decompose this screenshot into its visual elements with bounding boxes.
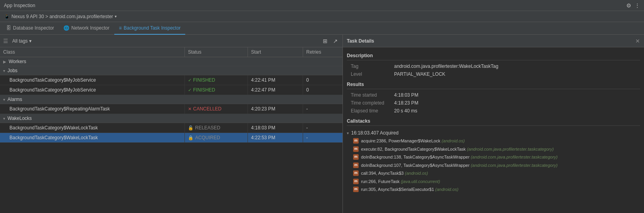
group-workers[interactable]: ▶ Workers	[0, 57, 342, 66]
export-button[interactable]: ↗	[331, 37, 339, 45]
tab-database[interactable]: 🗄 Database Inspector	[2, 22, 59, 35]
callstack-method-text: run:305, AsyncTask$SerialExecutor$1 (and…	[361, 186, 458, 193]
status-label: ACQUIRED	[195, 135, 220, 140]
description-section-title: Description	[347, 53, 640, 60]
callstack-entry: m acquire:2386, PowerManager$WakeLock (a…	[353, 137, 640, 145]
status-label: FINISHED	[193, 87, 215, 93]
start-cell: 4:22:47 PM	[248, 85, 303, 95]
device-selector[interactable]: 📱 Nexus 9 API 30 > android.com.java.prof…	[4, 14, 117, 19]
status-icon-cancelled: ✕	[188, 106, 192, 112]
tab-network[interactable]: 🌐 Network Inspector	[59, 22, 114, 35]
start-cell: 4:18:03 PM	[248, 123, 303, 133]
menu-icon[interactable]: ☰	[3, 38, 8, 44]
device-chevron: ▾	[115, 14, 117, 19]
table-row[interactable]: BackgroundTaskCategory$WakeLockTask 🔒 AC…	[0, 133, 342, 143]
toolbar-left: ☰ All tags ▾	[3, 37, 34, 45]
start-cell: 4:22:41 PM	[248, 75, 303, 85]
callstack-group: ▾ 16:18:03.407 Acquired m acquire:2386, …	[347, 129, 640, 194]
status-label: CANCELLED	[193, 106, 221, 112]
title-bar-right: ⚙ ⋮	[626, 2, 640, 9]
retries-cell: 0	[303, 75, 342, 85]
elapsed-value: 20 s 40 ms	[394, 108, 640, 114]
time-completed-value: 4:18:23 PM	[394, 100, 640, 106]
app-title: App Inspection	[4, 3, 35, 8]
method-badge: m	[353, 146, 359, 152]
class-cell: BackgroundTaskCategory$MyJobService	[0, 75, 185, 85]
tab-background[interactable]: ≡ Background Task Inspector	[114, 22, 186, 35]
details-header: Task Details ✕	[343, 35, 644, 47]
table-header: Class Status Start Retries	[0, 47, 342, 57]
jobs-label: Jobs	[7, 68, 17, 73]
status-label: FINISHED	[193, 77, 215, 83]
settings-icon[interactable]: ⚙	[626, 2, 631, 9]
class-cell: BackgroundTaskCategory$WakeLockTask	[0, 123, 185, 133]
group-wakelocks[interactable]: ▾ WakeLocks	[0, 114, 342, 123]
method-badge: m	[353, 170, 359, 176]
status-icon-finished: ✓	[188, 78, 192, 83]
table-row[interactable]: BackgroundTaskCategory$MyJobService ✓ FI…	[0, 75, 342, 85]
status-label: RELEASED	[195, 125, 220, 131]
callstack-method-text: execute:82, BackgroundTaskCategory$WakeL…	[361, 146, 554, 153]
detail-level-row: Level PARTIAL_WAKE_LOCK	[347, 71, 640, 77]
alarms-chevron: ▾	[3, 97, 5, 102]
database-tab-label: Database Inspector	[13, 25, 54, 31]
title-bar: App Inspection ⚙ ⋮	[0, 0, 644, 11]
main-content: ☰ All tags ▾ ⊞ ↗	[0, 35, 644, 213]
header-start: Start	[248, 47, 303, 57]
all-tags-button[interactable]: All tags ▾	[10, 37, 34, 45]
more-icon[interactable]: ⋮	[635, 2, 640, 9]
callstack-entry: m doInBackground:138, TaskCategory$Async…	[353, 153, 640, 161]
callstack-entry: m run:266, FutureTask (java.util.concurr…	[353, 178, 640, 186]
status-cell: ✓ FINISHED	[185, 75, 248, 85]
results-section-title: Results	[347, 82, 640, 89]
callstack-group-chevron: ▾	[347, 131, 349, 135]
retries-cell: -	[303, 104, 342, 114]
table-row[interactable]: BackgroundTaskCategory$MyJobService ✓ FI…	[0, 85, 342, 95]
right-panel: Task Details ✕ Description Tag android.c…	[343, 35, 644, 213]
toolbar: ☰ All tags ▾ ⊞ ↗	[0, 35, 342, 47]
alarms-label: Alarms	[7, 97, 22, 102]
time-started-label: Time started	[347, 92, 394, 98]
method-badge: m	[353, 154, 359, 160]
network-tab-label: Network Inspector	[71, 25, 110, 31]
table-row[interactable]: BackgroundTaskCategory$RepeatingAlarmTas…	[0, 104, 342, 114]
app-window: App Inspection ⚙ ⋮ 📱 Nexus 9 API 30 > an…	[0, 0, 644, 213]
jobs-chevron: ▾	[3, 69, 5, 73]
class-cell: BackgroundTaskCategory$RepeatingAlarmTas…	[0, 104, 185, 114]
callstack-entry: m run:305, AsyncTask$SerialExecutor$1 (a…	[353, 185, 640, 194]
status-icon-finished: ✓	[188, 88, 192, 93]
level-label: Level	[347, 71, 394, 77]
level-value: PARTIAL_WAKE_LOCK	[394, 71, 640, 77]
network-tab-icon: 🌐	[63, 25, 69, 31]
status-cell: 🔒 ACQUIRED	[185, 133, 248, 142]
status-icon-acquired: 🔒	[188, 135, 194, 140]
callstacks-section-title: Callstacks	[347, 118, 640, 126]
header-retries: Retries	[303, 47, 342, 57]
group-alarms[interactable]: ▾ Alarms	[0, 95, 342, 104]
wakelocks-label: WakeLocks	[7, 116, 32, 121]
toolbar-right: ⊞ ↗	[321, 37, 339, 45]
left-panel: ☰ All tags ▾ ⊞ ↗	[0, 35, 343, 213]
table-container: Class Status Start Retries ▶ Workers ▾ J…	[0, 47, 342, 213]
workers-label: Workers	[9, 59, 26, 64]
table-view-button[interactable]: ⊞	[321, 37, 329, 45]
callstack-timestamp: 16:18:03.407 Acquired	[351, 130, 398, 136]
detail-time-completed-row: Time completed 4:18:23 PM	[347, 100, 640, 106]
title-bar-left: App Inspection	[4, 3, 35, 8]
phone-icon: 📱	[4, 14, 10, 19]
callstack-entries: m acquire:2386, PowerManager$WakeLock (a…	[347, 137, 640, 194]
callstack-entry: m execute:82, BackgroundTaskCategory$Wak…	[353, 145, 640, 153]
close-button[interactable]: ✕	[635, 38, 640, 44]
detail-tag-row: Tag android.com.java.profilertester:Wake…	[347, 64, 640, 69]
tag-value: android.com.java.profilertester:WakeLock…	[394, 64, 640, 69]
retries-cell: 0	[303, 85, 342, 95]
start-cell: 4:22:53 PM	[248, 133, 303, 142]
table-icon: ⊞	[323, 38, 328, 44]
group-jobs[interactable]: ▾ Jobs	[0, 66, 342, 75]
callstack-group-header[interactable]: ▾ 16:18:03.407 Acquired	[347, 129, 640, 137]
start-cell: 4:20:23 PM	[248, 104, 303, 114]
method-badge: m	[353, 138, 359, 144]
table-row[interactable]: BackgroundTaskCategory$WakeLockTask 🔓 RE…	[0, 123, 342, 133]
database-tab-icon: 🗄	[6, 25, 11, 31]
callstack-entry: m call:394, AsyncTask$3 (android.os)	[353, 169, 640, 178]
